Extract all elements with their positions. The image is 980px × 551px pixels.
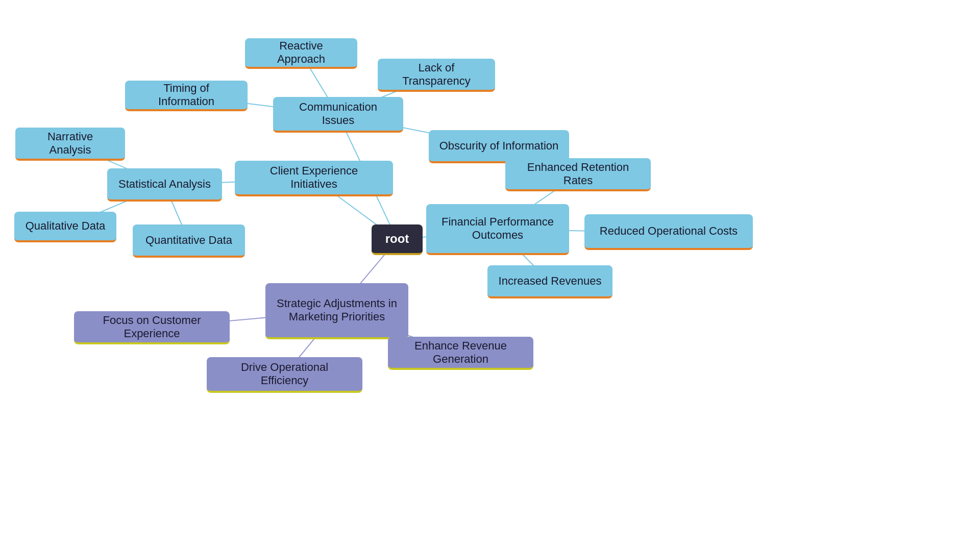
reduced-operational-label: Reduced Operational Costs (600, 224, 738, 238)
timing-information-node: Timing of Information (125, 81, 248, 111)
quantitative-data-label: Quantitative Data (145, 234, 232, 247)
client-experience-label: Client Experience Initiatives (245, 164, 383, 191)
timing-information-label: Timing of Information (135, 82, 237, 108)
statistical-analysis-node: Statistical Analysis (107, 168, 222, 202)
reactive-approach-label: Reactive Approach (255, 39, 347, 66)
obscurity-information-label: Obscurity of Information (439, 139, 559, 153)
drive-operational-node: Drive Operational Efficiency (207, 357, 362, 393)
strategic-adjustments-node: Strategic Adjustments in Marketing Prior… (265, 283, 408, 339)
qualitative-data-label: Qualitative Data (26, 219, 106, 233)
focus-customer-node: Focus on Customer Experience (74, 311, 230, 344)
increased-revenues-node: Increased Revenues (487, 265, 612, 298)
statistical-analysis-label: Statistical Analysis (118, 178, 211, 191)
root-label: root (385, 232, 409, 246)
communication-issues-label: Communication Issues (283, 101, 393, 127)
drive-operational-label: Drive Operational Efficiency (217, 361, 352, 387)
root-node: root (372, 224, 423, 255)
lack-transparency-label: Lack of Transparency (388, 61, 485, 88)
enhanced-retention-node: Enhanced Retention Rates (505, 158, 651, 191)
client-experience-node: Client Experience Initiatives (235, 161, 393, 196)
financial-performance-node: Financial Performance Outcomes (426, 204, 569, 255)
focus-customer-label: Focus on Customer Experience (84, 314, 219, 340)
reduced-operational-node: Reduced Operational Costs (584, 214, 753, 250)
strategic-adjustments-label: Strategic Adjustments in Marketing Prior… (276, 297, 398, 323)
enhance-revenue-label: Enhance Revenue Generation (398, 339, 523, 366)
financial-performance-label: Financial Performance Outcomes (436, 215, 559, 242)
communication-issues-node: Communication Issues (273, 97, 403, 133)
lack-transparency-node: Lack of Transparency (378, 59, 495, 92)
narrative-analysis-node: Narrative Analysis (15, 128, 125, 161)
reactive-approach-node: Reactive Approach (245, 38, 357, 69)
quantitative-data-node: Quantitative Data (133, 224, 245, 258)
increased-revenues-label: Increased Revenues (499, 274, 602, 288)
narrative-analysis-label: Narrative Analysis (26, 130, 115, 157)
enhanced-retention-label: Enhanced Retention Rates (516, 161, 641, 187)
qualitative-data-node: Qualitative Data (14, 212, 116, 242)
enhance-revenue-node: Enhance Revenue Generation (388, 337, 533, 370)
